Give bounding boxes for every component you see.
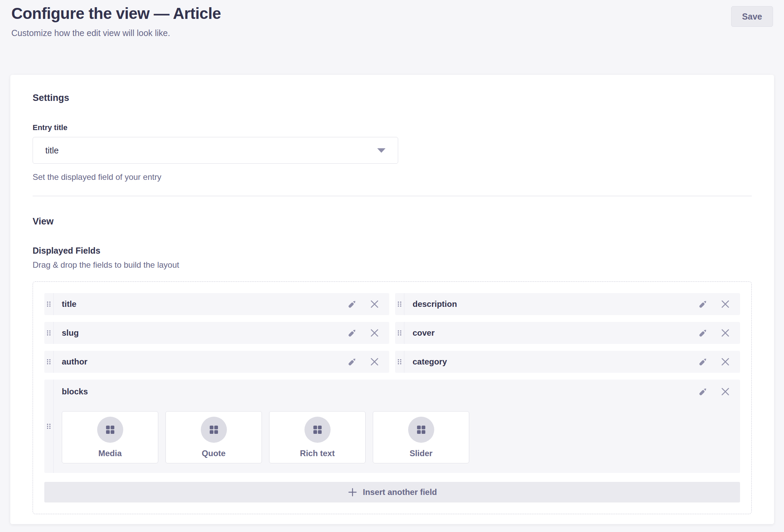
page-header: Configure the view — Article Customize h… [0, 0, 784, 38]
cross-icon [720, 357, 730, 367]
entry-title-field-group: Entry title title Set the displayed fiel… [33, 123, 752, 182]
drag-handle[interactable] [44, 351, 54, 373]
delete-field-button[interactable] [720, 386, 730, 397]
grid-icon [415, 424, 427, 436]
delete-field-button[interactable] [369, 299, 380, 309]
drag-handle[interactable] [44, 322, 54, 344]
pencil-icon [698, 328, 708, 338]
displayed-fields-subtitle: Drag & drop the fields to build the layo… [33, 260, 752, 270]
field-row-description[interactable]: description [395, 293, 740, 315]
edit-field-button[interactable] [347, 328, 357, 338]
pencil-icon [347, 328, 357, 338]
component-icon-circle [304, 417, 331, 443]
pencil-icon [347, 357, 357, 367]
grid-icon [312, 424, 323, 436]
cross-icon [720, 299, 730, 309]
component-icon-circle [201, 417, 227, 443]
field-row-title[interactable]: title [44, 293, 389, 315]
grid-icon [208, 424, 220, 436]
field-name: cover [404, 328, 698, 338]
drag-handle[interactable] [395, 351, 404, 373]
component-icon-circle [97, 417, 123, 443]
plus-icon [347, 487, 358, 497]
component-label: Slider [410, 449, 433, 458]
field-row-category[interactable]: category [395, 351, 740, 373]
edit-field-button[interactable] [347, 357, 357, 367]
entry-title-label: Entry title [33, 123, 752, 132]
pencil-icon [698, 357, 708, 367]
component-card-rich-text[interactable]: Rich text [269, 411, 366, 463]
field-name: slug [54, 328, 347, 338]
cross-icon [369, 328, 380, 338]
field-row-slug[interactable]: slug [44, 322, 389, 344]
entry-title-select[interactable]: title [33, 137, 398, 164]
component-card-quote[interactable]: Quote [165, 411, 262, 463]
drag-handle[interactable] [395, 293, 404, 315]
drag-handle[interactable] [44, 293, 54, 315]
insert-another-field-button[interactable]: Insert another field [44, 482, 740, 502]
component-cards: Media Quote Rich text Slider [62, 411, 730, 463]
field-name: category [404, 357, 698, 367]
cross-icon [369, 299, 380, 309]
edit-field-button[interactable] [698, 328, 708, 338]
grid-icon [104, 424, 116, 436]
page-subtitle: Customize how the edit view will look li… [11, 28, 773, 38]
edit-field-button[interactable] [347, 299, 357, 309]
insert-another-field-label: Insert another field [363, 487, 437, 497]
component-label: Quote [202, 449, 226, 458]
configuration-card: Settings Entry title title Set the displ… [10, 75, 774, 524]
edit-field-button[interactable] [698, 387, 708, 396]
cross-icon [720, 328, 730, 338]
field-name: author [54, 357, 347, 367]
caret-down-icon [377, 148, 385, 153]
edit-field-button[interactable] [698, 299, 708, 309]
drag-drop-zone: title description slug [33, 281, 752, 514]
field-row-cover[interactable]: cover [395, 322, 740, 344]
pencil-icon [698, 299, 708, 309]
field-row-blocks[interactable]: blocks Media Quote [44, 380, 740, 473]
edit-field-button[interactable] [698, 357, 708, 367]
delete-field-button[interactable] [720, 299, 730, 309]
delete-field-button[interactable] [720, 328, 730, 338]
drag-handle[interactable] [44, 380, 54, 473]
component-card-media[interactable]: Media [62, 411, 158, 463]
field-name: description [404, 299, 698, 309]
displayed-fields-title: Displayed Fields [33, 246, 752, 256]
component-icon-circle [408, 417, 434, 443]
cross-icon [720, 386, 730, 397]
entry-title-select-value: title [45, 146, 59, 155]
settings-heading: Settings [33, 93, 752, 103]
entry-title-hint: Set the displayed field of your entry [33, 172, 752, 182]
field-name: blocks [62, 387, 88, 396]
delete-field-button[interactable] [720, 357, 730, 367]
drag-handle[interactable] [395, 322, 404, 344]
delete-field-button[interactable] [369, 328, 380, 338]
field-row-author[interactable]: author [44, 351, 389, 373]
cross-icon [369, 357, 380, 367]
component-label: Media [98, 449, 122, 458]
page-title: Configure the view — Article [11, 4, 773, 23]
section-divider [33, 196, 752, 196]
save-button[interactable]: Save [731, 6, 773, 27]
pencil-icon [347, 299, 357, 309]
component-card-slider[interactable]: Slider [373, 411, 469, 463]
field-name: title [54, 299, 347, 309]
fields-grid: title description slug [44, 293, 740, 502]
pencil-icon [698, 387, 708, 396]
delete-field-button[interactable] [369, 357, 380, 367]
view-heading: View [33, 216, 752, 227]
component-label: Rich text [300, 449, 335, 458]
